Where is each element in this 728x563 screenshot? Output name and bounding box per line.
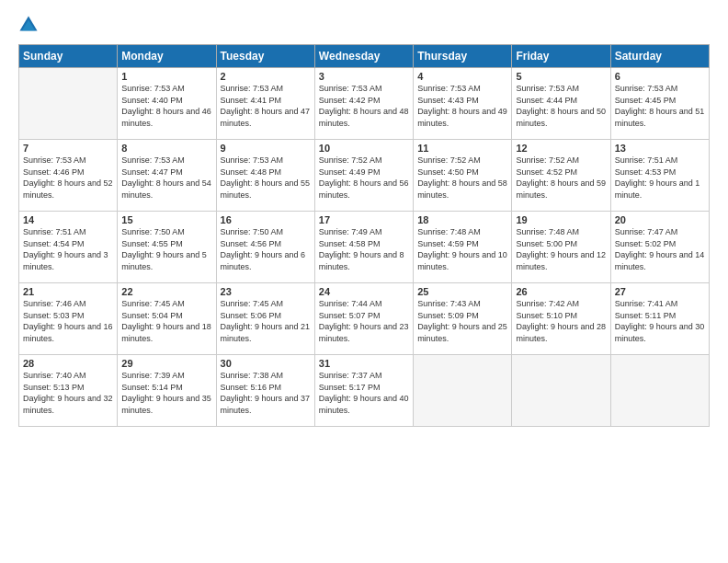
day-info: Sunrise: 7:51 AM Sunset: 4:54 PM Dayligh… bbox=[23, 226, 113, 272]
daylight-label: Daylight: 9 hours and 8 minutes. bbox=[319, 250, 404, 271]
daylight-label: Daylight: 9 hours and 21 minutes. bbox=[221, 322, 311, 343]
sunrise-label: Sunrise: 7:49 AM bbox=[319, 227, 382, 236]
col-header-sunday: Sunday bbox=[19, 45, 118, 68]
logo bbox=[18, 15, 42, 35]
calendar-cell bbox=[19, 68, 118, 140]
day-number: 31 bbox=[319, 358, 409, 369]
day-info: Sunrise: 7:45 AM Sunset: 5:04 PM Dayligh… bbox=[121, 298, 211, 344]
daylight-label: Daylight: 9 hours and 35 minutes. bbox=[121, 394, 211, 415]
daylight-label: Daylight: 9 hours and 14 minutes. bbox=[615, 250, 705, 271]
day-info: Sunrise: 7:44 AM Sunset: 5:07 PM Dayligh… bbox=[319, 298, 409, 344]
day-info: Sunrise: 7:53 AM Sunset: 4:46 PM Dayligh… bbox=[23, 155, 113, 201]
daylight-label: Daylight: 8 hours and 54 minutes. bbox=[121, 178, 211, 200]
daylight-label: Daylight: 8 hours and 48 minutes. bbox=[319, 107, 409, 128]
sunset-label: Sunset: 4:56 PM bbox=[221, 239, 282, 248]
calendar-cell: 19 Sunrise: 7:48 AM Sunset: 5:00 PM Dayl… bbox=[512, 212, 610, 283]
sunset-label: Sunset: 5:06 PM bbox=[221, 311, 282, 320]
calendar-cell: 4 Sunrise: 7:53 AM Sunset: 4:43 PM Dayli… bbox=[414, 68, 512, 140]
sunrise-label: Sunrise: 7:45 AM bbox=[121, 299, 185, 308]
day-info: Sunrise: 7:50 AM Sunset: 4:55 PM Dayligh… bbox=[121, 226, 211, 272]
col-header-tuesday: Tuesday bbox=[216, 45, 314, 68]
day-info: Sunrise: 7:47 AM Sunset: 5:02 PM Dayligh… bbox=[615, 226, 705, 272]
col-header-wednesday: Wednesday bbox=[314, 45, 413, 68]
calendar-cell: 18 Sunrise: 7:48 AM Sunset: 4:59 PM Dayl… bbox=[414, 212, 512, 283]
sunrise-label: Sunrise: 7:45 AM bbox=[221, 299, 284, 308]
sunset-label: Sunset: 4:58 PM bbox=[319, 239, 381, 248]
daylight-label: Daylight: 8 hours and 51 minutes. bbox=[615, 107, 705, 128]
col-header-saturday: Saturday bbox=[610, 45, 709, 68]
week-row-4: 28 Sunrise: 7:40 AM Sunset: 5:13 PM Dayl… bbox=[19, 355, 710, 427]
week-row-0: 1 Sunrise: 7:53 AM Sunset: 4:40 PM Dayli… bbox=[19, 68, 710, 140]
sunset-label: Sunset: 4:53 PM bbox=[615, 167, 677, 177]
daylight-label: Daylight: 9 hours and 30 minutes. bbox=[615, 322, 705, 343]
sunrise-label: Sunrise: 7:48 AM bbox=[417, 227, 481, 236]
sunset-label: Sunset: 5:10 PM bbox=[516, 311, 577, 320]
day-number: 12 bbox=[516, 143, 606, 154]
day-info: Sunrise: 7:42 AM Sunset: 5:10 PM Dayligh… bbox=[516, 298, 606, 344]
daylight-label: Daylight: 8 hours and 58 minutes. bbox=[417, 178, 507, 200]
sunrise-label: Sunrise: 7:53 AM bbox=[417, 84, 481, 93]
sunset-label: Sunset: 5:17 PM bbox=[319, 383, 381, 392]
sunrise-label: Sunrise: 7:43 AM bbox=[417, 299, 481, 308]
daylight-label: Daylight: 8 hours and 55 minutes. bbox=[221, 178, 311, 200]
sunrise-label: Sunrise: 7:47 AM bbox=[615, 227, 678, 236]
day-info: Sunrise: 7:52 AM Sunset: 4:50 PM Dayligh… bbox=[417, 155, 507, 201]
sunrise-label: Sunrise: 7:38 AM bbox=[221, 371, 284, 380]
sunrise-label: Sunrise: 7:51 AM bbox=[23, 227, 86, 236]
daylight-label: Daylight: 8 hours and 52 minutes. bbox=[23, 178, 113, 200]
calendar-cell: 16 Sunrise: 7:50 AM Sunset: 4:56 PM Dayl… bbox=[216, 212, 314, 283]
day-info: Sunrise: 7:53 AM Sunset: 4:45 PM Dayligh… bbox=[615, 83, 705, 129]
sunset-label: Sunset: 5:14 PM bbox=[121, 383, 183, 392]
calendar-cell: 13 Sunrise: 7:51 AM Sunset: 4:53 PM Dayl… bbox=[610, 140, 709, 212]
sunrise-label: Sunrise: 7:40 AM bbox=[23, 371, 86, 380]
day-info: Sunrise: 7:51 AM Sunset: 4:53 PM Dayligh… bbox=[615, 155, 705, 201]
daylight-label: Daylight: 9 hours and 40 minutes. bbox=[319, 394, 409, 415]
day-info: Sunrise: 7:53 AM Sunset: 4:40 PM Dayligh… bbox=[121, 83, 211, 129]
calendar-cell: 7 Sunrise: 7:53 AM Sunset: 4:46 PM Dayli… bbox=[19, 140, 118, 212]
sunrise-label: Sunrise: 7:53 AM bbox=[121, 155, 185, 165]
sunset-label: Sunset: 4:41 PM bbox=[221, 96, 282, 105]
day-info: Sunrise: 7:53 AM Sunset: 4:43 PM Dayligh… bbox=[417, 83, 507, 129]
week-row-2: 14 Sunrise: 7:51 AM Sunset: 4:54 PM Dayl… bbox=[19, 212, 710, 283]
day-number: 20 bbox=[615, 214, 705, 225]
daylight-label: Daylight: 8 hours and 49 minutes. bbox=[417, 107, 507, 128]
day-info: Sunrise: 7:43 AM Sunset: 5:09 PM Dayligh… bbox=[417, 298, 507, 344]
daylight-label: Daylight: 9 hours and 18 minutes. bbox=[121, 322, 211, 343]
sunset-label: Sunset: 5:03 PM bbox=[23, 311, 85, 320]
calendar-cell: 28 Sunrise: 7:40 AM Sunset: 5:13 PM Dayl… bbox=[19, 355, 118, 427]
sunset-label: Sunset: 5:07 PM bbox=[319, 311, 381, 320]
calendar-cell: 30 Sunrise: 7:38 AM Sunset: 5:16 PM Dayl… bbox=[216, 355, 314, 427]
day-number: 8 bbox=[121, 143, 211, 154]
day-number: 27 bbox=[615, 286, 705, 297]
daylight-label: Daylight: 9 hours and 3 minutes. bbox=[23, 250, 108, 271]
calendar-cell: 31 Sunrise: 7:37 AM Sunset: 5:17 PM Dayl… bbox=[314, 355, 413, 427]
col-header-friday: Friday bbox=[512, 45, 610, 68]
sunset-label: Sunset: 4:40 PM bbox=[121, 96, 183, 105]
calendar-cell: 20 Sunrise: 7:47 AM Sunset: 5:02 PM Dayl… bbox=[610, 212, 709, 283]
calendar-cell bbox=[610, 355, 709, 427]
calendar-cell: 21 Sunrise: 7:46 AM Sunset: 5:03 PM Dayl… bbox=[19, 283, 118, 355]
sunset-label: Sunset: 5:13 PM bbox=[23, 383, 85, 392]
week-row-1: 7 Sunrise: 7:53 AM Sunset: 4:46 PM Dayli… bbox=[19, 140, 710, 212]
sunrise-label: Sunrise: 7:53 AM bbox=[221, 84, 284, 93]
day-info: Sunrise: 7:53 AM Sunset: 4:48 PM Dayligh… bbox=[221, 155, 311, 201]
day-info: Sunrise: 7:53 AM Sunset: 4:47 PM Dayligh… bbox=[121, 155, 211, 201]
day-info: Sunrise: 7:49 AM Sunset: 4:58 PM Dayligh… bbox=[319, 226, 409, 272]
sunrise-label: Sunrise: 7:52 AM bbox=[319, 155, 382, 165]
daylight-label: Daylight: 9 hours and 12 minutes. bbox=[516, 250, 606, 271]
day-number: 11 bbox=[417, 143, 507, 154]
sunset-label: Sunset: 4:59 PM bbox=[417, 239, 479, 248]
calendar-cell: 29 Sunrise: 7:39 AM Sunset: 5:14 PM Dayl… bbox=[118, 355, 216, 427]
day-number: 3 bbox=[319, 71, 409, 82]
sunrise-label: Sunrise: 7:50 AM bbox=[221, 227, 284, 236]
calendar-cell: 10 Sunrise: 7:52 AM Sunset: 4:49 PM Dayl… bbox=[314, 140, 413, 212]
sunrise-label: Sunrise: 7:53 AM bbox=[121, 84, 185, 93]
page-container: SundayMondayTuesdayWednesdayThursdayFrid… bbox=[0, 0, 728, 436]
day-info: Sunrise: 7:53 AM Sunset: 4:44 PM Dayligh… bbox=[516, 83, 606, 129]
day-number: 9 bbox=[221, 143, 311, 154]
daylight-label: Daylight: 9 hours and 23 minutes. bbox=[319, 322, 409, 343]
daylight-label: Daylight: 9 hours and 16 minutes. bbox=[23, 322, 113, 343]
day-number: 21 bbox=[23, 286, 113, 297]
logo-icon bbox=[18, 15, 39, 35]
calendar-cell: 2 Sunrise: 7:53 AM Sunset: 4:41 PM Dayli… bbox=[216, 68, 314, 140]
